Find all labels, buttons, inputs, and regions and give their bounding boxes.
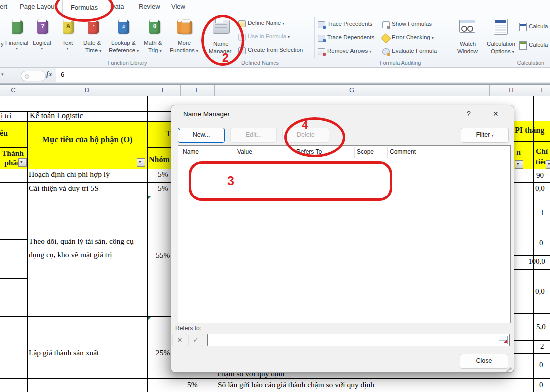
list-col-comment[interactable]: Comment bbox=[390, 148, 416, 155]
more-functions-button[interactable]: More bbox=[178, 40, 191, 46]
text-book-icon[interactable]: A bbox=[63, 20, 74, 34]
i-value[interactable]: 0 bbox=[539, 239, 543, 247]
tab-review[interactable]: Review bbox=[139, 3, 160, 10]
define-name-button[interactable]: Define Name bbox=[248, 20, 284, 26]
formula-bar-splitter[interactable] bbox=[21, 71, 46, 81]
tab-page-layout[interactable]: Page Layout bbox=[20, 3, 56, 10]
col-header-g[interactable]: G bbox=[215, 85, 490, 96]
logical-button[interactable]: Logical bbox=[33, 40, 51, 46]
error-checking-button[interactable]: Error Checking bbox=[392, 34, 434, 40]
range-selector-icon[interactable] bbox=[499, 336, 508, 344]
i-value[interactable]: 2 bbox=[540, 342, 544, 351]
objective-row3[interactable]: Theo dõi, quản lý tài sản, công cụ dụng … bbox=[29, 234, 145, 261]
date-time-book-icon[interactable]: ◔ bbox=[88, 20, 99, 34]
i-value[interactable]: 0,0 bbox=[535, 287, 545, 296]
objective-row4[interactable]: Lập giá thành sản xuất bbox=[29, 348, 99, 357]
logical-book-icon[interactable]: ? bbox=[37, 20, 48, 34]
filter-dropdown-i[interactable] bbox=[546, 160, 550, 169]
list-col-scope[interactable]: Scope bbox=[357, 148, 374, 155]
col-header-e[interactable]: E bbox=[147, 85, 181, 96]
new-button[interactable]: New... bbox=[178, 128, 225, 143]
objective-row1[interactable]: Hoạch định chi phí hợp lý bbox=[29, 170, 110, 179]
financial-button[interactable]: Financial bbox=[5, 40, 28, 46]
objective-row2[interactable]: Cải thiện và duy trì 5S bbox=[29, 184, 99, 193]
calculate-sheet-button[interactable]: Calcula bbox=[529, 42, 548, 48]
date-time-button[interactable]: Date & bbox=[83, 40, 101, 46]
trace-precedents-icon bbox=[318, 21, 325, 28]
more-functions-button-line2[interactable]: Functions bbox=[170, 47, 198, 53]
formula-value: 6 bbox=[61, 71, 64, 78]
list-col-value[interactable]: Value bbox=[237, 148, 252, 155]
filter-dropdown-d[interactable] bbox=[137, 158, 145, 167]
trace-precedents-button[interactable]: Trace Precedents bbox=[327, 21, 372, 27]
col-header-i[interactable]: I bbox=[533, 85, 550, 96]
kpi-bottom-row[interactable]: Số lần gửi báo cáo giá thành chậm so với… bbox=[218, 380, 374, 389]
watch-window-button[interactable]: Watch bbox=[460, 41, 476, 47]
weight-row2[interactable]: 5% bbox=[158, 184, 168, 193]
math-trig-book-icon[interactable]: θ bbox=[149, 20, 160, 34]
financial-book-icon[interactable] bbox=[12, 20, 23, 34]
cell-c-header-top-partial: êu bbox=[0, 129, 8, 138]
cell-department[interactable]: Kế toán Logistic bbox=[30, 111, 83, 120]
weight-row1[interactable]: 5% bbox=[158, 170, 168, 179]
col-header-f[interactable]: F bbox=[181, 85, 215, 96]
col-header-d[interactable]: D bbox=[27, 85, 147, 96]
cell-e-header-bottom: Nhóm bbox=[149, 155, 170, 164]
i-value[interactable]: 100,0 bbox=[528, 257, 545, 266]
weight-row4[interactable]: 25% bbox=[156, 348, 170, 357]
lookup-reference-button-line2[interactable]: Reference bbox=[109, 47, 139, 53]
calculate-now-button[interactable]: Calcula bbox=[529, 23, 548, 29]
close-icon[interactable]: ✕ bbox=[493, 110, 499, 118]
use-in-formula-button[interactable]: Use in Formula bbox=[248, 33, 290, 39]
col-header-c[interactable]: C bbox=[0, 85, 27, 96]
close-button[interactable]: Close bbox=[460, 354, 508, 369]
edit-button[interactable]: Edit... bbox=[230, 128, 277, 143]
weight-row3[interactable]: 55% bbox=[156, 251, 170, 260]
create-from-selection-button[interactable]: Create from Selection bbox=[248, 47, 303, 53]
help-icon[interactable]: ? bbox=[467, 110, 471, 118]
trace-dependents-button[interactable]: Trace Dependents bbox=[327, 34, 374, 40]
lookup-reference-button[interactable]: Lookup & bbox=[111, 40, 136, 46]
remove-arrows-button[interactable]: Remove Arrows bbox=[327, 48, 371, 54]
list-col-name[interactable]: Name bbox=[183, 148, 199, 155]
show-formulas-icon bbox=[382, 21, 390, 28]
column-headers: C D E F G H I bbox=[0, 84, 550, 97]
text-button[interactable]: Text bbox=[62, 40, 73, 46]
i-value[interactable]: 5,0 bbox=[536, 323, 546, 331]
calculation-options-button-line2[interactable]: Options bbox=[491, 48, 514, 54]
i-value[interactable]: 0 bbox=[539, 361, 543, 369]
formula-input[interactable]: 6 bbox=[56, 68, 550, 82]
filter-button[interactable]: Filter bbox=[461, 128, 509, 143]
insert-function-icon[interactable]: fx bbox=[46, 70, 52, 78]
cancel-refers-icon[interactable]: ✕ bbox=[172, 334, 187, 347]
evaluate-formula-button[interactable]: Evaluate Formula bbox=[392, 48, 437, 54]
calculation-options-button[interactable]: Calculation bbox=[487, 41, 515, 47]
ribbon-item-partial[interactable]: y bbox=[1, 41, 4, 47]
cell-kpi-month-label: PI tháng bbox=[515, 126, 544, 135]
col-header-h[interactable]: H bbox=[490, 85, 533, 96]
weight-bottom-row[interactable]: 5% bbox=[187, 380, 198, 389]
date-time-button-line2[interactable]: Time bbox=[85, 47, 101, 53]
tab-insert-partial[interactable]: ert bbox=[0, 3, 7, 10]
filter-dropdown-c[interactable] bbox=[18, 158, 27, 167]
math-trig-button-line2[interactable]: Trig bbox=[148, 47, 161, 53]
annotation-rect-empty-list bbox=[189, 161, 392, 201]
confirm-refers-icon[interactable]: ✓ bbox=[188, 334, 203, 347]
watch-window-icon[interactable] bbox=[459, 20, 475, 33]
calculation-options-icon[interactable] bbox=[494, 19, 508, 35]
show-formulas-button[interactable]: Show Formulas bbox=[392, 21, 432, 27]
filter-dropdown-h[interactable] bbox=[515, 160, 523, 169]
lookup-reference-book-icon[interactable]: ⌕ bbox=[118, 20, 129, 34]
i-value[interactable]: 0 bbox=[539, 381, 543, 389]
watch-window-button-line2[interactable]: Window bbox=[457, 48, 478, 54]
name-box-caret-icon[interactable]: ▾ bbox=[1, 72, 4, 77]
cell-position-label-partial[interactable]: ị trí bbox=[1, 112, 11, 120]
cell-d-header[interactable] bbox=[27, 121, 147, 169]
tab-view[interactable]: View bbox=[171, 3, 185, 10]
i-value[interactable]: 1 bbox=[540, 209, 544, 217]
i-value[interactable]: 90 bbox=[536, 171, 544, 180]
math-trig-button[interactable]: Math & bbox=[144, 40, 162, 46]
i-value[interactable]: 0,0 bbox=[535, 184, 545, 193]
cell-h-header-partial: n bbox=[516, 148, 521, 157]
refers-to-input[interactable] bbox=[207, 334, 510, 346]
